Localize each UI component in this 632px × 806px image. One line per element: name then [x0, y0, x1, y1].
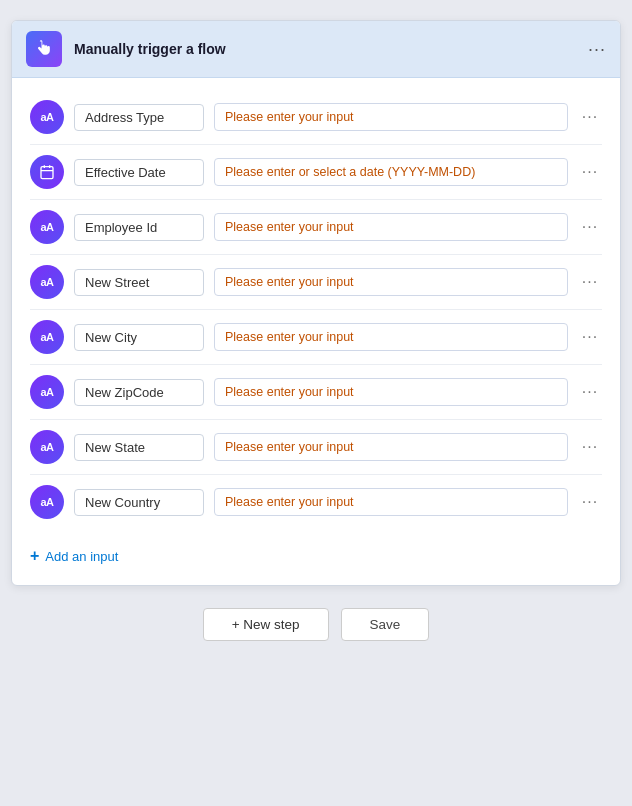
main-card: Manually trigger a flow ··· aAAddress Ty… — [11, 20, 621, 586]
field-input-new-street[interactable]: Please enter your input — [214, 268, 568, 296]
header-more-button[interactable]: ··· — [588, 39, 606, 60]
row-icon-address-type: aA — [30, 100, 64, 134]
input-row-address-type: aAAddress TypePlease enter your input··· — [30, 90, 602, 145]
trigger-icon-wrap — [26, 31, 62, 67]
row-more-dots-address-type[interactable]: ··· — [578, 108, 602, 126]
row-more-dots-new-state[interactable]: ··· — [578, 438, 602, 456]
row-more-dots-new-street[interactable]: ··· — [578, 273, 602, 291]
field-label-effective-date: Effective Date — [74, 159, 204, 186]
add-input-row[interactable]: + Add an input — [30, 543, 602, 569]
row-icon-new-state: aA — [30, 430, 64, 464]
add-input-label: Add an input — [45, 549, 118, 564]
input-row-effective-date: Effective DatePlease enter or select a d… — [30, 145, 602, 200]
field-input-employee-id[interactable]: Please enter your input — [214, 213, 568, 241]
row-icon-employee-id: aA — [30, 210, 64, 244]
field-input-effective-date[interactable]: Please enter or select a date (YYYY-MM-D… — [214, 158, 568, 186]
trigger-icon — [34, 39, 54, 59]
field-label-new-state: New State — [74, 434, 204, 461]
footer: + New step Save — [203, 608, 430, 651]
svg-rect-0 — [41, 167, 53, 179]
input-row-new-city: aANew CityPlease enter your input··· — [30, 310, 602, 365]
row-icon-effective-date — [30, 155, 64, 189]
field-input-new-state[interactable]: Please enter your input — [214, 433, 568, 461]
row-more-dots-new-zipcode[interactable]: ··· — [578, 383, 602, 401]
field-label-new-zipcode: New ZipCode — [74, 379, 204, 406]
save-button[interactable]: Save — [341, 608, 430, 641]
header-title: Manually trigger a flow — [74, 41, 576, 57]
new-step-button[interactable]: + New step — [203, 608, 329, 641]
row-icon-new-city: aA — [30, 320, 64, 354]
row-icon-new-zipcode: aA — [30, 375, 64, 409]
rows-container: aAAddress TypePlease enter your input···… — [30, 90, 602, 529]
field-input-new-country[interactable]: Please enter your input — [214, 488, 568, 516]
field-input-new-city[interactable]: Please enter your input — [214, 323, 568, 351]
row-icon-new-street: aA — [30, 265, 64, 299]
input-row-new-state: aANew StatePlease enter your input··· — [30, 420, 602, 475]
row-icon-new-country: aA — [30, 485, 64, 519]
field-label-new-street: New Street — [74, 269, 204, 296]
field-label-new-country: New Country — [74, 489, 204, 516]
add-input-plus-icon: + — [30, 547, 39, 565]
row-more-dots-new-city[interactable]: ··· — [578, 328, 602, 346]
input-row-new-country: aANew CountryPlease enter your input··· — [30, 475, 602, 529]
field-label-new-city: New City — [74, 324, 204, 351]
row-more-dots-effective-date[interactable]: ··· — [578, 163, 602, 181]
field-input-address-type[interactable]: Please enter your input — [214, 103, 568, 131]
field-label-employee-id: Employee Id — [74, 214, 204, 241]
card-body: aAAddress TypePlease enter your input···… — [12, 78, 620, 585]
input-row-new-zipcode: aANew ZipCodePlease enter your input··· — [30, 365, 602, 420]
row-more-dots-employee-id[interactable]: ··· — [578, 218, 602, 236]
row-more-dots-new-country[interactable]: ··· — [578, 493, 602, 511]
input-row-employee-id: aAEmployee IdPlease enter your input··· — [30, 200, 602, 255]
field-input-new-zipcode[interactable]: Please enter your input — [214, 378, 568, 406]
card-header: Manually trigger a flow ··· — [12, 21, 620, 78]
input-row-new-street: aANew StreetPlease enter your input··· — [30, 255, 602, 310]
field-label-address-type: Address Type — [74, 104, 204, 131]
